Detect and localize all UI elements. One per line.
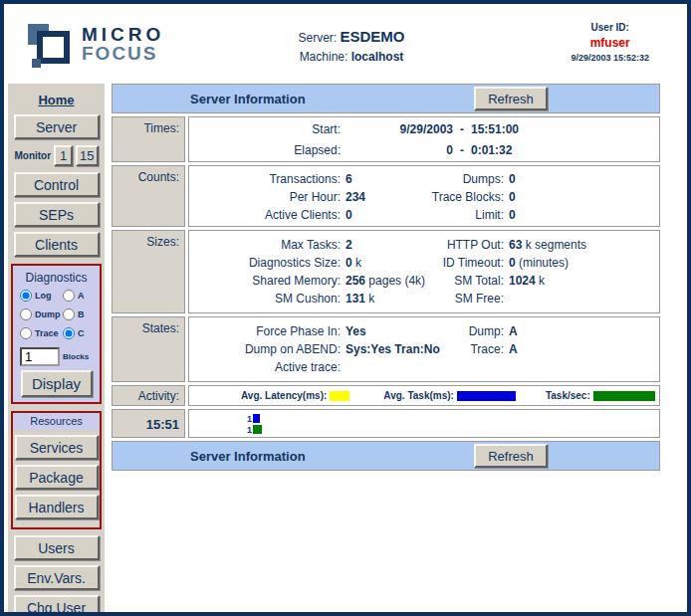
counts-row: Counts: Transactions:6 Per Hour:234 Acti… (112, 165, 660, 227)
sidebar-link-home[interactable]: Home (8, 93, 105, 107)
sizes-id-timeout: ID Timeout:0 (minutes) (424, 254, 659, 272)
sidebar-button-control[interactable]: Control (14, 172, 100, 197)
server-label: Server: (298, 31, 337, 45)
radio-trace-input[interactable] (20, 327, 32, 339)
sidebar-button-handlers[interactable]: Handlers (15, 495, 99, 519)
counts-active-clients: Active Clients:0 (189, 206, 424, 224)
server-machine-info: Server: ESDEMO Machine: localhost (237, 28, 466, 64)
legend-avg-task: Avg. Task(ms): (383, 390, 516, 401)
sizes-sm-free: SM Free: (424, 290, 659, 308)
activity-sample-row: 15:51 1 1 (112, 409, 660, 438)
states-trace: Trace:A (424, 340, 659, 358)
blocks-label: Blocks (63, 352, 89, 361)
counts-limit: Limit:0 (424, 206, 659, 224)
blocks-input[interactable] (20, 347, 60, 366)
activity-row: Activity: Avg. Latency(ms): Avg. Task(ms… (112, 385, 660, 406)
activity-label: Activity: (112, 385, 185, 406)
display-button[interactable]: Display (21, 370, 93, 397)
sidebar-button-users[interactable]: Users (14, 535, 100, 560)
states-row: States: Force Phase In:Yes Dump on ABEND… (112, 316, 660, 382)
sizes-shared-memory: Shared Memory:256 pages (4k) (189, 272, 424, 290)
counts-label: Counts: (112, 165, 185, 227)
start-label: Start: (189, 122, 341, 136)
radio-a[interactable]: A (63, 290, 98, 302)
elapsed-label: Elapsed: (189, 143, 341, 157)
start-time: 15:51:00 (471, 122, 659, 136)
task-mini-bar (253, 414, 260, 423)
times-label: Times: (112, 116, 185, 162)
monitor-button-1[interactable]: 1 (54, 145, 73, 166)
diagnostics-title: Diagnostics (15, 271, 98, 285)
section-title: Server Information (190, 92, 306, 106)
elapsed-time: 0:01:32 (471, 143, 659, 157)
page: MICRO FOCUS Server: ESDEMO Machine: loca… (0, 0, 691, 616)
counts-trace-blocks: Trace Blocks:0 (424, 188, 659, 206)
refresh-button-bottom[interactable]: Refresh (474, 444, 548, 468)
legend-task-sec: Task/sec: (546, 390, 655, 401)
section-title-bottom: Server Information (190, 449, 306, 464)
header: MICRO FOCUS Server: ESDEMO Machine: loca… (4, 4, 687, 84)
sidebar-button-seps[interactable]: SEPs (14, 202, 100, 227)
sizes-max-tasks: Max Tasks:2 (189, 236, 424, 254)
legend-avg-latency: Avg. Latency(ms): (241, 390, 349, 401)
section-header-bottom: Server Information Refresh (112, 441, 660, 471)
main-panel: Server Information Refresh Times: Start:… (112, 84, 660, 471)
sidebar: Home Server Monitor 1 15 Control SEPs Cl… (8, 84, 105, 616)
activity-bar-task: 1 (247, 413, 659, 424)
radio-trace[interactable]: Trace (20, 327, 63, 339)
radio-dump-input[interactable] (20, 308, 32, 320)
sidebar-button-services[interactable]: Services (15, 435, 99, 460)
radio-dump[interactable]: Dump (20, 308, 63, 320)
task-color-swatch (457, 391, 516, 401)
activity-bar-tasksec: 1 (247, 424, 659, 435)
content: Home Server Monitor 1 15 Control SEPs Cl… (4, 84, 687, 616)
user-id-value: mfuser (571, 36, 649, 50)
sidebar-button-server[interactable]: Server (14, 114, 100, 139)
counts-transactions: Transactions:6 (189, 170, 424, 188)
sidebar-button-chguser[interactable]: Chg.User (14, 595, 100, 616)
tasksec-color-swatch (593, 391, 655, 401)
states-dump: Dump:A (424, 322, 659, 340)
times-row: Times: Start: 9/29/2003 - 15:51:00 Elaps… (112, 116, 660, 162)
micro-focus-logo: MICRO FOCUS (28, 22, 164, 68)
diagnostics-panel: Diagnostics Log A Dump (11, 264, 102, 404)
monitor-button-15[interactable]: 15 (76, 145, 98, 166)
elapsed-days: 0 (341, 143, 453, 157)
sidebar-button-envvars[interactable]: Env.Vars. (14, 565, 100, 590)
machine-name: localhost (351, 50, 404, 64)
user-info: User ID: mfuser 9/29/2003 15:52:32 (571, 22, 649, 63)
start-date: 9/29/2003 (341, 122, 453, 136)
sizes-diagnostics-size: Diagnostics Size:0 k (189, 254, 424, 272)
sidebar-button-package[interactable]: Package (15, 465, 99, 490)
radio-log-input[interactable] (20, 290, 32, 302)
radio-c[interactable]: C (63, 327, 98, 339)
monitor-label: Monitor (14, 150, 51, 161)
radio-a-input[interactable] (63, 290, 75, 302)
micro-focus-logo-icon (28, 22, 74, 68)
server-name: ESDEMO (341, 28, 405, 45)
sizes-label: Sizes: (112, 230, 185, 313)
radio-b-input[interactable] (63, 308, 75, 320)
resources-title: Resources (13, 413, 100, 430)
sizes-http-out: HTTP Out:63 k segments (424, 236, 659, 254)
tasksec-mini-bar (253, 425, 262, 434)
section-header-top: Server Information Refresh (112, 84, 660, 113)
radio-log[interactable]: Log (20, 290, 63, 302)
header-timestamp: 9/29/2003 15:52:32 (571, 53, 649, 63)
logo-text-micro: MICRO (82, 25, 164, 44)
radio-c-input[interactable] (63, 327, 75, 339)
user-id-label: User ID: (571, 22, 649, 33)
latency-color-swatch (330, 391, 349, 401)
counts-per-hour: Per Hour:234 (189, 188, 424, 206)
sizes-sm-cushon: SM Cushon:131 k (189, 290, 424, 308)
refresh-button-top[interactable]: Refresh (474, 87, 548, 110)
sizes-row: Sizes: Max Tasks:2 Diagnostics Size:0 k … (112, 230, 660, 313)
counts-dumps: Dumps:0 (424, 170, 659, 188)
logo-text-focus: FOCUS (82, 44, 164, 63)
radio-b[interactable]: B (63, 308, 98, 320)
machine-label: Machine: (300, 50, 348, 64)
monitor-row: Monitor 1 15 (8, 145, 105, 166)
activity-sample-time: 15:51 (112, 409, 185, 438)
states-dump-on-abend: Dump on ABEND:Sys:Yes Tran:No (189, 340, 424, 358)
sidebar-button-clients[interactable]: Clients (14, 232, 100, 257)
